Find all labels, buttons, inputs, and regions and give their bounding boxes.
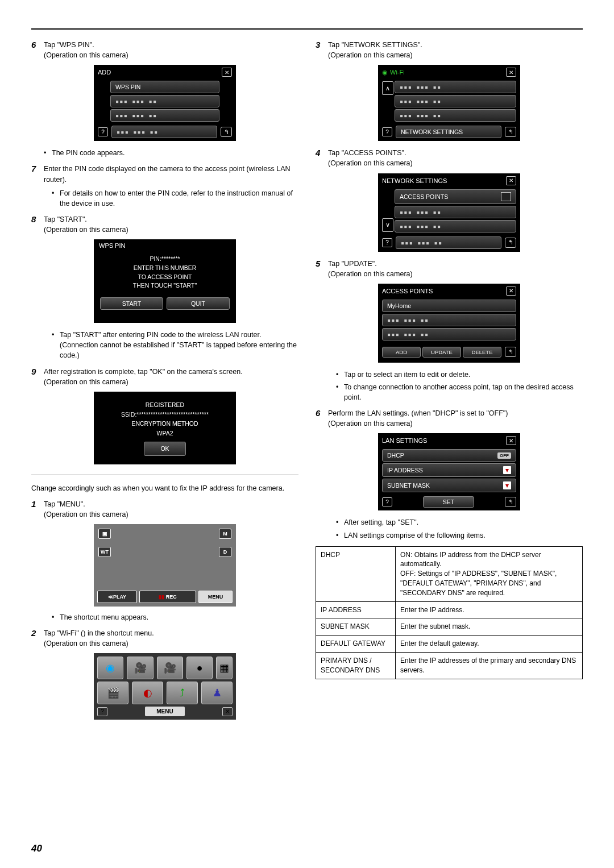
tile[interactable]: ♟ [201,682,233,704]
mode-icon[interactable]: ▣ [98,529,111,539]
table-cell: DHCP [316,546,396,601]
back-icon[interactable]: ↰ [221,127,232,137]
wps-pin-row[interactable]: WPS PIN [110,81,219,93]
ip-address-row[interactable]: IP ADDRESS▾ [382,463,516,477]
up-arrow-icon[interactable]: ∧ [382,81,393,95]
set-button[interactable]: SET [423,496,474,508]
tile[interactable]: 🎥 [157,657,183,679]
shortcut-menu-screen: ◉ 🎥 🎥 ● ▦ 🎬 ◐ ⤴ ♟ ? MENU ✕ [94,653,236,720]
placeholder-row[interactable]: ▪▪▪ ▪▪▪ ▪▪ [110,95,219,107]
close-icon[interactable]: ✕ [506,436,516,445]
help-icon[interactable]: ? [97,707,107,716]
bullet: After setting, tap "SET". [336,517,583,528]
back-icon[interactable]: ↰ [505,347,516,357]
ok-button[interactable]: OK [144,442,185,456]
tile[interactable]: ◐ [132,682,163,704]
placeholder-row[interactable]: ▪▪▪ ▪▪▪ ▪▪ [111,126,217,138]
registered-label: REGISTERED [100,400,230,410]
step-text: Tap "UPDATE".(Operation on this camera) [328,259,583,279]
rec-button[interactable]: ▮▮ REC [139,591,196,603]
placeholder-row[interactable]: ▪▪▪ ▪▪▪ ▪▪ [395,109,516,122]
step-text: Tap "Wi-Fi" () in the shortcut menu.(Ope… [44,628,298,649]
back-icon[interactable]: ↰ [505,127,516,137]
add-button[interactable]: ADD [382,347,421,358]
table-cell: ON: Obtains IP address from the DHCP ser… [396,546,583,601]
placeholder-row[interactable]: ▪▪▪ ▪▪▪ ▪▪ [395,95,516,107]
dhcp-row[interactable]: DHCPOFF [382,449,516,462]
bullet: Tap "START" after entering PIN code to t… [52,330,298,360]
wpa2-label: WPA2 [100,429,230,438]
table-cell: Enter the default gateway. [396,636,583,653]
placeholder-row[interactable]: ▪▪▪ ▪▪▪ ▪▪ [395,206,516,218]
down-chevron-icon: ▾ [503,466,511,474]
table-cell: SUBNET MASK [316,618,396,636]
ssid-label: SSID:******************************* [100,410,230,420]
placeholder-row[interactable]: ▪▪▪ ▪▪▪ ▪▪ [395,81,516,93]
table-cell: Enter the subnet mask. [396,618,583,636]
step-text: Tap "ACCESS POINTS".(Operation on this c… [328,148,583,168]
step-number: 5 [316,259,328,279]
tile[interactable]: ▦ [216,657,233,679]
paragraph: Change accordingly such as when you want… [31,483,298,493]
step-text: Tap "MENU".(Operation on this camera) [44,499,298,520]
down-arrow-icon[interactable]: ∨ [382,218,393,232]
help-icon[interactable]: ? [98,127,108,136]
placeholder-row[interactable]: ▪▪▪ ▪▪▪ ▪▪ [382,328,516,340]
step-number: 9 [31,367,44,387]
tile[interactable]: 🎥 [127,657,153,679]
close-icon[interactable]: ✕ [506,286,516,296]
step-number: 8 [31,214,44,235]
wifi-tile[interactable]: ◉ [97,657,123,679]
step-number: 2 [31,628,44,649]
placeholder-row[interactable]: ▪▪▪ ▪▪▪ ▪▪ [110,109,219,122]
step-text: Enter the PIN code displayed on the came… [44,164,298,184]
placeholder-row[interactable]: ▪▪▪ ▪▪▪ ▪▪ [396,236,501,249]
wifi-title: ◉ Wi-Fi [382,69,405,76]
tile[interactable]: 🎬 [97,682,128,704]
placeholder-row[interactable]: ▪▪▪ ▪▪▪ ▪▪ [382,314,516,326]
help-icon[interactable]: ? [382,127,392,136]
wt-button[interactable]: WT [98,547,111,557]
back-icon[interactable]: ↰ [505,497,516,507]
screen-title: NETWORK SETTINGS [382,177,447,184]
play-button[interactable]: ≪PLAY [97,591,137,603]
quit-button[interactable]: QUIT [167,297,230,310]
step-number: 3 [316,40,328,60]
close-icon[interactable]: ✕ [222,68,232,77]
myhome-row[interactable]: MyHome [382,300,516,312]
close-icon[interactable]: ✕ [222,707,233,716]
step-text: After registration is complete, tap "OK"… [44,367,298,387]
menu-button[interactable]: MENU [198,591,233,603]
placeholder-row[interactable]: ▪▪▪ ▪▪▪ ▪▪ [395,220,516,232]
screen-wifi: ◉ Wi-Fi✕ ∧ ▪▪▪ ▪▪▪ ▪▪ ▪▪▪ ▪▪▪ ▪▪ ▪▪▪ ▪▪▪… [378,65,520,141]
bullet: The shortcut menu appears. [52,612,298,622]
wps-message: PIN:******** ENTER THIS NUMBER TO ACCESS… [94,251,235,294]
section-divider [31,475,298,475]
screen-access-points: ACCESS POINTS✕ MyHome ▪▪▪ ▪▪▪ ▪▪ ▪▪▪ ▪▪▪… [378,284,520,363]
down-chevron-icon: ▾ [503,481,511,489]
delete-button[interactable]: DELETE [463,347,501,358]
close-icon[interactable]: ✕ [506,68,516,77]
update-button[interactable]: UPDATE [422,347,461,358]
tile[interactable]: ● [186,657,213,679]
screen-title: WPS PIN [94,240,235,251]
d-button[interactable]: D [219,547,231,557]
tile[interactable]: ⤴ [167,682,198,704]
network-settings-row[interactable]: NETWORK SETTINGS [396,126,501,138]
off-badge: OFF [497,452,511,459]
help-icon[interactable]: ? [382,497,392,506]
start-button[interactable]: START [100,297,163,310]
access-points-row[interactable]: ACCESS POINTS [395,189,516,204]
menu-button[interactable]: MENU [145,707,184,716]
m-button[interactable]: M [219,529,231,539]
screen-title: ADD [98,69,111,76]
encryption-label: ENCRYPTION METHOD [100,419,230,429]
back-icon[interactable]: ↰ [505,238,516,248]
bullet: LAN settings comprise of the following i… [336,530,583,541]
help-icon[interactable]: ? [382,238,392,247]
step-number: 7 [31,164,44,184]
step-text: Tap "NETWORK SETTINGS".(Operation on thi… [328,40,583,60]
table-cell: DEFAULT GATEWAY [316,636,396,653]
subnet-mask-row[interactable]: SUBNET MASK▾ [382,479,516,492]
close-icon[interactable]: ✕ [506,176,516,185]
